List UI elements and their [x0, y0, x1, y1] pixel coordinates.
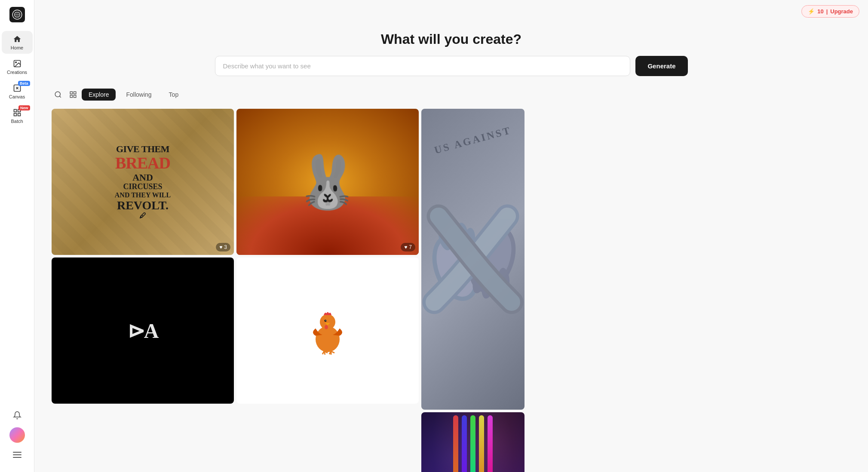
gallery-bottom-row: ⊳A	[52, 257, 419, 404]
bread-like-count: 3	[224, 244, 227, 250]
sidebar-item-creations[interactable]: Creations	[2, 55, 33, 78]
user-avatar[interactable]	[9, 427, 25, 443]
gallery-item-cat[interactable]: 🐱 🥼	[421, 412, 524, 472]
generate-button[interactable]: Generate	[635, 56, 687, 76]
svg-point-19	[316, 326, 340, 352]
sidebar-item-batch[interactable]: New Batch	[2, 104, 33, 127]
pa-logo-text: ⊳A	[128, 319, 158, 343]
svg-rect-16	[74, 92, 76, 94]
prompt-input[interactable]	[215, 56, 631, 76]
svg-rect-9	[14, 110, 16, 112]
credits-count: 10	[817, 8, 823, 15]
filter-icon[interactable]	[68, 89, 78, 100]
gallery-right: US AGAINST	[421, 109, 524, 472]
svg-rect-11	[14, 113, 16, 116]
bread-likes: ♥ 3	[216, 243, 230, 251]
batch-badge: New	[18, 105, 30, 110]
sidebar-logo[interactable]	[8, 5, 27, 24]
gallery-item-rabbit[interactable]: 🐰 ♥ 7	[236, 109, 419, 255]
svg-line-14	[59, 96, 61, 97]
chains-text: US AGAINST	[433, 125, 512, 156]
sidebar-bottom	[9, 407, 26, 467]
hamburger-icon	[13, 452, 21, 458]
tab-top[interactable]: Top	[162, 89, 186, 101]
tabs-row: Explore Following Top	[52, 88, 524, 101]
heart-icon-2: ♥	[404, 244, 407, 250]
sidebar-item-home[interactable]: Home	[2, 31, 33, 54]
top-bar: ⚡ 10 | Upgrade	[34, 0, 868, 23]
rabbit-emoji: 🐰	[295, 156, 360, 208]
gallery-item-chains[interactable]: US AGAINST	[421, 109, 524, 410]
upgrade-button[interactable]: ⚡ 10 | Upgrade	[801, 5, 859, 18]
svg-point-22	[325, 320, 327, 322]
home-label: Home	[11, 45, 23, 50]
batch-label: Batch	[11, 119, 23, 124]
gallery-item-bread[interactable]: GIVE THEM BREAD AND CIRCUSES AND THEY WI…	[52, 109, 234, 255]
chains-svg	[421, 173, 524, 345]
home-icon	[12, 34, 22, 44]
sidebar: Home Creations Beta Canvas	[0, 0, 34, 472]
gallery-item-pa[interactable]: ⊳A	[52, 257, 234, 404]
svg-rect-17	[70, 95, 72, 98]
separator: |	[826, 8, 828, 15]
svg-rect-12	[18, 113, 20, 116]
rabbit-like-count: 7	[409, 244, 412, 250]
gallery-top-row: GIVE THEM BREAD AND CIRCUSES AND THEY WI…	[52, 109, 419, 255]
upgrade-label: Upgrade	[830, 8, 853, 15]
svg-point-13	[55, 92, 60, 97]
sidebar-item-canvas[interactable]: Beta Canvas	[2, 80, 33, 103]
svg-point-21	[325, 325, 328, 329]
main-content: ⚡ 10 | Upgrade What will you create? Gen…	[34, 0, 868, 472]
svg-rect-18	[74, 95, 76, 98]
gallery-item-chicken[interactable]	[236, 257, 419, 404]
hero-section: What will you create? Generate	[52, 23, 851, 88]
tab-following[interactable]: Following	[119, 89, 158, 101]
svg-rect-15	[70, 92, 72, 94]
hero-title: What will you create?	[52, 31, 851, 47]
heart-icon: ♥	[219, 244, 222, 250]
creations-icon	[12, 59, 22, 68]
lightning-icon: ⚡	[808, 8, 815, 15]
gallery: GIVE THEM BREAD AND CIRCUSES AND THEY WI…	[52, 109, 524, 472]
search-tab-icon[interactable]	[52, 88, 64, 101]
content-area: What will you create? Generate	[34, 23, 868, 472]
menu-button[interactable]	[9, 446, 26, 463]
svg-point-23	[325, 320, 326, 321]
gallery-left: GIVE THEM BREAD AND CIRCUSES AND THEY WI…	[52, 109, 419, 472]
search-row: Generate	[215, 56, 688, 76]
sidebar-navigation: Home Creations Beta Canvas	[0, 31, 34, 407]
notifications-button[interactable]	[9, 407, 26, 424]
creations-label: Creations	[7, 70, 27, 75]
canvas-label: Canvas	[9, 94, 25, 99]
rabbit-likes: ♥ 7	[401, 243, 415, 251]
tab-explore[interactable]: Explore	[82, 89, 116, 101]
chicken-svg	[306, 305, 349, 356]
canvas-badge: Beta	[18, 81, 30, 86]
svg-point-7	[15, 62, 16, 63]
